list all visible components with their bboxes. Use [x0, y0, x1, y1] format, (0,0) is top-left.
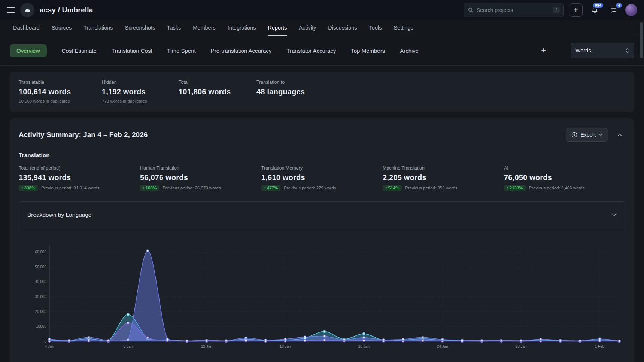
- reports-subnav: Overview Cost Estimate Translation Cost …: [0, 36, 644, 65]
- search-box[interactable]: /: [464, 3, 564, 17]
- svg-text:20 Jan: 20 Jan: [358, 344, 370, 349]
- metric-value: 76,050 words: [504, 173, 625, 182]
- create-project-button[interactable]: +: [569, 3, 583, 17]
- svg-text:8 Jan: 8 Jan: [124, 344, 133, 349]
- search-input[interactable]: [477, 7, 550, 13]
- change-badge: ↑514%: [383, 185, 402, 191]
- subtab-overview[interactable]: Overview: [10, 44, 47, 57]
- metric-total: Total (end of period) 135,941 words ↑338…: [19, 165, 140, 191]
- add-report-button[interactable]: +: [541, 46, 546, 55]
- bird-logo-icon: [23, 6, 32, 15]
- subtab-translation-cost[interactable]: Translation Cost: [112, 48, 152, 54]
- collapse-section-button[interactable]: [614, 129, 625, 140]
- svg-text:60 000: 60 000: [35, 250, 46, 254]
- activity-chart-svg: 01000020 00030 00040 00050 00060 0004 Ja…: [19, 239, 625, 352]
- tab-screenshots[interactable]: Screenshots: [125, 20, 156, 36]
- stat-hidden: Hidden 1,192 words 773 words in duplicat…: [102, 80, 179, 103]
- activity-chart: 01000020 00030 00040 00050 00060 0004 Ja…: [19, 239, 625, 352]
- metric-label: Translation Memory: [261, 165, 383, 171]
- svg-text:28 Jan: 28 Jan: [516, 344, 527, 349]
- svg-text:40 000: 40 000: [35, 280, 46, 284]
- word-stats-card: Translatable 100,614 words 10,569 words …: [10, 72, 634, 112]
- metric-value: 2,205 words: [383, 173, 504, 182]
- arrow-up-icon: ↑: [507, 186, 509, 190]
- stat-label: Total: [179, 80, 256, 85]
- caret-down-icon: [599, 134, 602, 136]
- svg-text:50 000: 50 000: [35, 265, 46, 269]
- tab-tools[interactable]: Tools: [369, 20, 382, 36]
- tab-tasks[interactable]: Tasks: [167, 20, 181, 36]
- export-download-icon: [571, 132, 577, 138]
- subtab-archive[interactable]: Archive: [400, 48, 419, 54]
- stat-label: Translatable: [19, 80, 102, 85]
- project-nav: Dashboard Sources Translations Screensho…: [0, 20, 644, 36]
- change-badge: ↑108%: [140, 185, 159, 191]
- stat-sub: 10,569 words in duplicates: [19, 99, 102, 103]
- tab-reports[interactable]: Reports: [268, 20, 288, 36]
- change-badge: ↑2133%: [504, 185, 526, 191]
- svg-text:20 000: 20 000: [35, 310, 46, 314]
- export-button[interactable]: Export: [566, 128, 608, 142]
- subtab-top-members[interactable]: Top Members: [351, 48, 385, 54]
- scrollbar-thumb[interactable]: [640, 22, 643, 58]
- arrow-up-icon: ↑: [143, 186, 145, 190]
- previous-period: Previous period: 279 words: [284, 186, 336, 190]
- stat-sub: 773 words in duplicates: [102, 99, 179, 103]
- svg-text:24 Jan: 24 Jan: [437, 344, 448, 349]
- unit-select[interactable]: Words: [571, 43, 634, 58]
- metric-label: AI: [504, 165, 625, 171]
- tab-dashboard[interactable]: Dashboard: [13, 20, 40, 36]
- stat-translatable: Translatable 100,614 words 10,569 words …: [19, 80, 102, 103]
- metric-label: Machine Translation: [383, 165, 504, 171]
- change-badge: ↑477%: [261, 185, 280, 191]
- activity-header: Activity Summary: Jan 4 – Feb 2, 2026 Ex…: [19, 128, 625, 142]
- previous-period: Previous period: 31,014 words: [41, 186, 99, 190]
- breakdown-by-language-panel[interactable]: Breakdown by Language: [19, 201, 625, 228]
- project-breadcrumb[interactable]: acsy / Umbrella: [40, 6, 93, 14]
- user-avatar[interactable]: [625, 4, 637, 16]
- tab-sources[interactable]: Sources: [51, 20, 72, 36]
- notifications-badge: 99+: [592, 2, 604, 9]
- crowdin-logo[interactable]: [20, 3, 34, 17]
- stat-value: 100,614 words: [19, 88, 102, 96]
- activity-summary-card: Activity Summary: Jan 4 – Feb 2, 2026 Ex…: [10, 118, 634, 362]
- tab-activity[interactable]: Activity: [298, 20, 316, 36]
- tab-discussions[interactable]: Discussions: [328, 20, 357, 36]
- unit-select-value: Words: [575, 48, 591, 54]
- export-label: Export: [581, 132, 596, 138]
- tab-members[interactable]: Members: [192, 20, 216, 36]
- svg-text:16 Jan: 16 Jan: [280, 344, 291, 349]
- activity-title: Activity Summary: Jan 4 – Feb 2, 2026: [19, 131, 148, 139]
- metric-label: Total (end of period): [19, 165, 140, 171]
- subtab-pretranslation-accuracy[interactable]: Pre-translation Accuracy: [211, 48, 272, 54]
- tab-settings[interactable]: Settings: [393, 20, 413, 36]
- svg-text:12 Jan: 12 Jan: [201, 344, 212, 349]
- subtab-cost-estimate[interactable]: Cost Estimate: [62, 48, 97, 54]
- previous-period: Previous period: 3,406 words: [529, 186, 585, 190]
- search-icon: [468, 7, 474, 13]
- metric-value: 135,941 words: [19, 173, 140, 182]
- hamburger-menu-icon[interactable]: [7, 7, 15, 13]
- metric-human-translation: Human Translation 56,076 words ↑108% Pre…: [140, 165, 261, 191]
- translation-section-title: Translation: [19, 152, 625, 159]
- main-content: Translatable 100,614 words 10,569 words …: [0, 66, 644, 362]
- activity-header-actions: Export: [566, 128, 625, 142]
- messages-button[interactable]: 4: [607, 3, 620, 17]
- metric-value: 1,610 words: [261, 173, 383, 182]
- stat-value: 101,806 words: [179, 88, 256, 96]
- stat-value: 1,192 words: [102, 88, 179, 96]
- previous-period: Previous period: 26,970 words: [162, 186, 221, 190]
- reports-subnav-wrap: Overview Cost Estimate Translation Cost …: [0, 36, 644, 66]
- stat-total: Total 101,806 words: [179, 80, 256, 103]
- stat-label: Translation to: [256, 80, 305, 85]
- chevron-up-icon: [617, 133, 622, 136]
- subtab-translator-accuracy[interactable]: Translator Accuracy: [286, 48, 336, 54]
- subtab-time-spent[interactable]: Time Spent: [167, 48, 196, 54]
- arrow-up-icon: ↑: [385, 186, 388, 190]
- svg-text:1 Feb: 1 Feb: [595, 344, 605, 349]
- tab-translations[interactable]: Translations: [83, 20, 113, 36]
- select-chevrons-icon: [626, 48, 629, 53]
- tab-integrations[interactable]: Integrations: [227, 20, 256, 36]
- notifications-button[interactable]: 99+: [588, 3, 601, 17]
- chevron-down-icon: [612, 213, 617, 216]
